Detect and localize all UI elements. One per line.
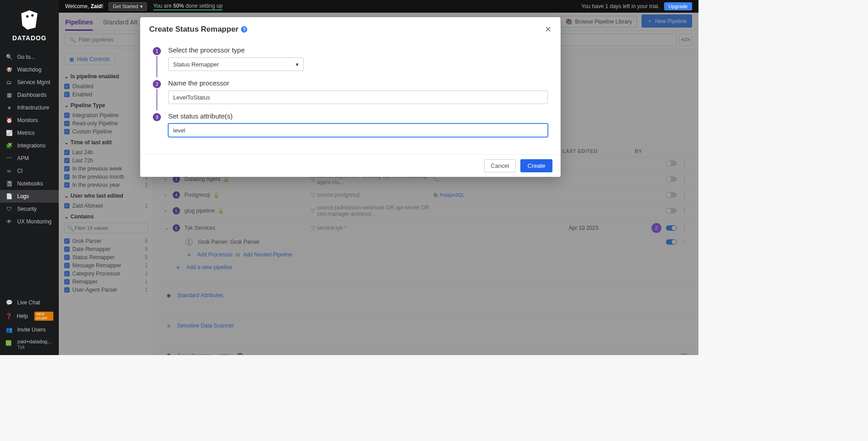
nav-ci[interactable]: ∞CI	[0, 165, 59, 177]
setup-progress[interactable]: You are 50% done setting up	[153, 3, 223, 10]
grid-icon: ▦	[5, 91, 13, 99]
left-nav: DATADOG 🔍Go to... 🐶Watchdog 🗂Service Mgm…	[0, 0, 59, 355]
brand-name: DATADOG	[12, 34, 47, 42]
svg-point-1	[31, 14, 33, 16]
nav-help[interactable]: ❓HelpNEW STUFF	[0, 309, 59, 323]
new-badge: NEW STUFF	[34, 312, 53, 321]
nav-service-mgmt[interactable]: 🗂Service Mgmt	[0, 76, 59, 89]
chevron-down-icon: ▾	[296, 61, 299, 68]
nav-user[interactable]: 🟩 zaid+datadog... Tyk	[0, 336, 59, 352]
puzzle-icon: 🧩	[5, 142, 13, 149]
nav-apm[interactable]: 〰APM	[0, 152, 59, 165]
shield-icon: 🛡	[5, 205, 13, 213]
step-3: 3 Set status attribute(s)	[153, 112, 548, 137]
nav-logs[interactable]: 📄Logs	[0, 190, 59, 203]
step-badge: 3	[153, 113, 161, 121]
invite-icon: 👥	[5, 326, 13, 333]
chart-icon: 📈	[5, 129, 13, 137]
nav-bottom: 💬Live Chat ❓HelpNEW STUFF 👥Invite Users …	[0, 296, 59, 355]
user-name: zaid+datadog...	[17, 339, 52, 344]
processor-name-input[interactable]	[168, 90, 548, 104]
ci-icon: ∞	[5, 167, 13, 175]
nav-metrics[interactable]: 📈Metrics	[0, 127, 59, 139]
logo[interactable]: DATADOG	[0, 0, 59, 49]
nav-list: 🔍Go to... 🐶Watchdog 🗂Service Mgmt ▦Dashb…	[0, 49, 59, 296]
dog-icon: 🐶	[5, 66, 13, 73]
cards-icon: 🗂	[5, 79, 13, 86]
create-processor-modal: Create Status Remapper ? ✕ 1 Select the …	[140, 17, 561, 177]
nav-integrations[interactable]: 🧩Integrations	[0, 139, 59, 152]
datadog-logo-icon	[17, 7, 42, 32]
step-label: Set status attribute(s)	[168, 112, 548, 120]
svg-point-0	[26, 15, 28, 18]
upgrade-button[interactable]: Upgrade	[664, 2, 692, 10]
nav-invite[interactable]: 👥Invite Users	[0, 323, 59, 336]
org-logo-icon: 🟩	[5, 340, 14, 348]
modal-body: 1 Select the processor type Status Remap…	[140, 40, 561, 154]
chevron-down-icon: ▾	[140, 4, 143, 9]
search-icon: 🔍	[5, 53, 13, 61]
status-attribute-input[interactable]	[168, 123, 548, 137]
book-icon: 📓	[5, 180, 13, 187]
close-icon[interactable]: ✕	[545, 24, 552, 34]
get-started-button[interactable]: Get Started ▾	[108, 2, 146, 11]
alarm-icon: ⏰	[5, 117, 13, 124]
nav-notebooks[interactable]: 📓Notebooks	[0, 177, 59, 190]
nav-dashboards[interactable]: ▦Dashboards	[0, 89, 59, 101]
nav-security[interactable]: 🛡Security	[0, 203, 59, 215]
nav-infrastructure[interactable]: ⎈Infrastructure	[0, 101, 59, 114]
nav-monitors[interactable]: ⏰Monitors	[0, 114, 59, 127]
user-org: Tyk	[17, 344, 52, 350]
processor-type-select[interactable]: Status Remapper ▾	[168, 57, 304, 71]
help-icon: ❓	[5, 313, 12, 320]
step-label: Name the processor	[168, 79, 548, 87]
chat-icon: 💬	[5, 299, 13, 306]
modal-footer: Cancel Create	[140, 154, 561, 177]
step-badge: 1	[153, 47, 161, 55]
nav-goto[interactable]: 🔍Go to...	[0, 51, 59, 63]
step-2: 2 Name the processor	[153, 79, 548, 104]
logs-icon: 📄	[5, 193, 13, 200]
create-button[interactable]: Create	[520, 159, 552, 172]
trial-text: You have 1 days left in your trial.	[581, 3, 660, 9]
ux-icon: 👁	[5, 218, 13, 225]
nav-live-chat[interactable]: 💬Live Chat	[0, 296, 59, 309]
welcome-text: Welcome, Zaid!	[65, 3, 103, 9]
step-label: Select the processor type	[168, 46, 548, 54]
modal-title: Create Status Remapper ?	[149, 25, 247, 34]
cube-icon: ⎈	[5, 104, 13, 111]
trace-icon: 〰	[5, 155, 13, 162]
modal-header: Create Status Remapper ? ✕	[140, 17, 561, 40]
help-icon[interactable]: ?	[241, 26, 247, 33]
step-badge: 2	[153, 80, 161, 88]
cancel-button[interactable]: Cancel	[484, 159, 516, 172]
step-1: 1 Select the processor type Status Remap…	[153, 46, 548, 71]
nav-ux[interactable]: 👁UX Monitoring	[0, 215, 59, 228]
nav-watchdog[interactable]: 🐶Watchdog	[0, 63, 59, 76]
topbar: Welcome, Zaid! Get Started ▾ You are 50%…	[59, 0, 698, 13]
